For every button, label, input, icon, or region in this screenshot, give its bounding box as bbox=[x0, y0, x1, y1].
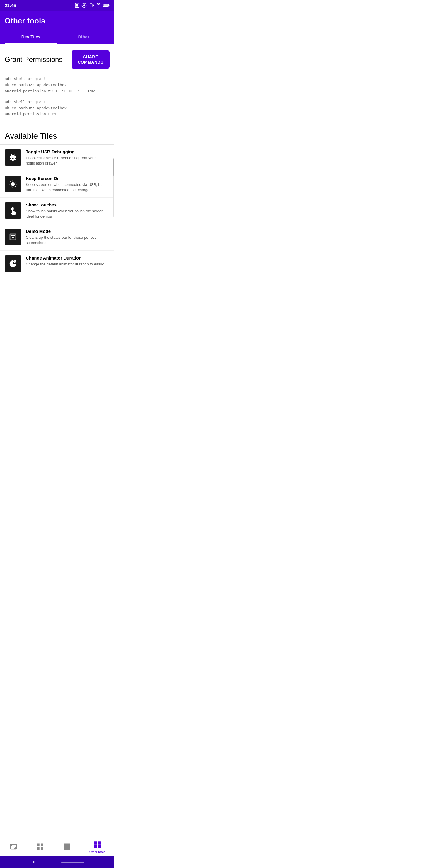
tile-desc-usb-debug: Enable/disable USB debugging from your n… bbox=[26, 155, 109, 166]
tile-text-screen-on: Keep Screen On Keep screen on when conne… bbox=[26, 176, 109, 193]
grant-permissions-title: Grant Permissions bbox=[5, 55, 68, 64]
scroll-thumb[interactable] bbox=[112, 158, 114, 176]
tile-name-demo-mode: Demo Mode bbox=[26, 229, 109, 234]
tile-text-show-touches: Show Touches Show touch points when you … bbox=[26, 202, 109, 219]
main-content: Grant Permissions SHARECOMMANDS adb shel… bbox=[0, 44, 114, 309]
svg-point-9 bbox=[98, 7, 99, 7]
tab-dev-tiles[interactable]: Dev Tiles bbox=[5, 30, 57, 44]
tile-item-animator[interactable]: Change Animator Duration Change the defa… bbox=[0, 251, 114, 277]
tab-other[interactable]: Other bbox=[57, 30, 109, 44]
tile-item-screen-on[interactable]: Keep Screen On Keep screen on when conne… bbox=[0, 171, 114, 198]
tile-item-usb-debug[interactable]: Toggle USB Debugging Enable/disable USB … bbox=[0, 145, 114, 171]
status-icons bbox=[74, 3, 109, 8]
tile-name-animator: Change Animator Duration bbox=[26, 255, 109, 260]
tabs-container: Dev Tiles Other bbox=[5, 30, 109, 44]
location-icon bbox=[82, 3, 87, 8]
status-time: 21:45 bbox=[5, 3, 16, 8]
available-tiles-title: Available Tiles bbox=[0, 128, 114, 144]
tile-desc-screen-on: Keep screen on when connected via USB, b… bbox=[26, 182, 109, 193]
share-commands-button[interactable]: SHARECOMMANDS bbox=[71, 50, 109, 69]
svg-rect-12 bbox=[104, 4, 108, 6]
tile-icon-show-touches bbox=[5, 202, 21, 219]
tile-desc-animator: Change the default animator duration to … bbox=[26, 261, 109, 267]
tile-text-demo-mode: Demo Mode Cleans up the status bar for t… bbox=[26, 229, 109, 245]
svg-point-3 bbox=[83, 4, 85, 6]
tile-icon-usb-debug bbox=[5, 149, 21, 166]
tile-icon-screen-on bbox=[5, 176, 21, 192]
brightness-icon bbox=[8, 180, 17, 189]
tile-text-animator: Change Animator Duration Change the defa… bbox=[26, 255, 109, 267]
sim-icon bbox=[74, 3, 80, 8]
grant-permissions-section: Grant Permissions SHARECOMMANDS bbox=[0, 44, 114, 73]
wifi-icon bbox=[96, 3, 101, 8]
vibrate-icon bbox=[89, 3, 94, 8]
tile-item-show-touches[interactable]: Show Touches Show touch points when you … bbox=[0, 198, 114, 224]
code-block-1: adb shell pm grant uk.co.barbuzz.appdevt… bbox=[5, 76, 109, 94]
battery-icon bbox=[103, 3, 109, 7]
bug-icon bbox=[8, 153, 17, 162]
demo-icon bbox=[8, 232, 17, 241]
app-header: Other tools Dev Tiles Other bbox=[0, 10, 114, 44]
tile-desc-demo-mode: Cleans up the status bar for those perfe… bbox=[26, 235, 109, 245]
tile-item-demo-mode[interactable]: Demo Mode Cleans up the status bar for t… bbox=[0, 224, 114, 250]
tile-desc-show-touches: Show touch points when you touch the scr… bbox=[26, 209, 109, 219]
animator-icon bbox=[8, 259, 17, 268]
tile-name-show-touches: Show Touches bbox=[26, 202, 109, 207]
page-title: Other tools bbox=[5, 17, 109, 26]
tile-text-usb-debug: Toggle USB Debugging Enable/disable USB … bbox=[26, 149, 109, 166]
status-bar: 21:45 bbox=[0, 0, 114, 10]
touch-icon bbox=[8, 206, 17, 215]
tile-icon-animator bbox=[5, 255, 21, 272]
svg-rect-11 bbox=[108, 5, 109, 6]
svg-rect-4 bbox=[90, 3, 92, 7]
code-block-2: adb shell pm grant uk.co.barbuzz.appdevt… bbox=[5, 99, 109, 117]
code-block-container: adb shell pm grant uk.co.barbuzz.appdevt… bbox=[0, 73, 114, 128]
tile-name-usb-debug: Toggle USB Debugging bbox=[26, 149, 109, 154]
tile-icon-demo-mode bbox=[5, 229, 21, 245]
svg-rect-1 bbox=[76, 4, 78, 7]
tile-name-screen-on: Keep Screen On bbox=[26, 176, 109, 181]
